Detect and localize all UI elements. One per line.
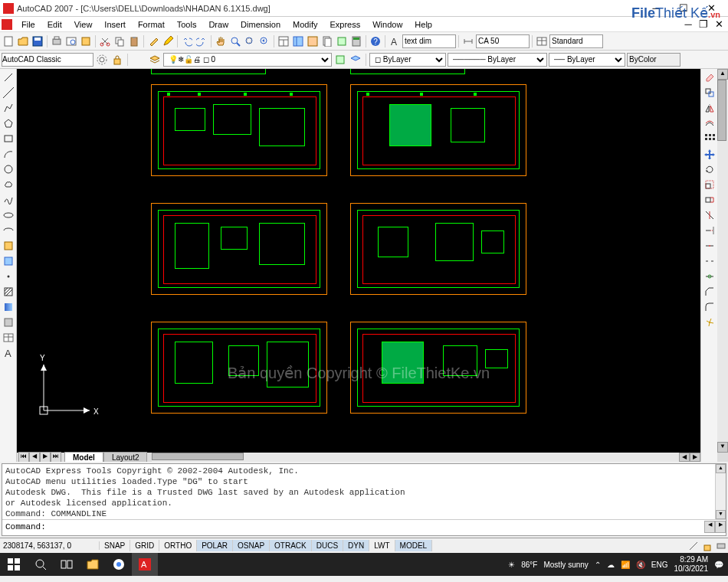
- break-at-point-button[interactable]: [703, 239, 717, 253]
- explode-button[interactable]: [703, 316, 717, 329]
- tray-chevron-icon[interactable]: ⌃: [595, 561, 601, 569]
- hatch-button[interactable]: [2, 285, 15, 299]
- properties-button[interactable]: [277, 34, 290, 48]
- region-button[interactable]: [2, 316, 15, 329]
- command-scroll-up-button[interactable]: ▲: [716, 464, 726, 473]
- zoom-previous-button[interactable]: [257, 34, 271, 48]
- layer-combo[interactable]: 💡❄🔓🖨 ◻ 0: [163, 53, 332, 67]
- vscroll-track[interactable]: [717, 80, 728, 442]
- menu-window[interactable]: Window: [366, 18, 408, 31]
- tray-notifications-icon[interactable]: 💬: [714, 561, 723, 569]
- break-button[interactable]: [703, 254, 717, 268]
- menu-dimension[interactable]: Dimension: [234, 18, 287, 31]
- menu-express[interactable]: Express: [323, 18, 366, 31]
- tray-onedrive-icon[interactable]: ☁: [607, 561, 615, 569]
- plot-button[interactable]: [50, 34, 64, 48]
- dimstyle-icon-button[interactable]: [461, 34, 475, 48]
- gradient-button[interactable]: [2, 300, 15, 314]
- circle-button[interactable]: [2, 162, 15, 176]
- design-center-button[interactable]: [291, 34, 305, 48]
- status-grid[interactable]: GRID: [130, 540, 159, 551]
- vscroll-down-button[interactable]: ▼: [717, 442, 728, 453]
- status-ducs[interactable]: DUCS: [312, 540, 343, 551]
- status-ortho[interactable]: ORTHO: [159, 540, 197, 551]
- polygon-button[interactable]: [2, 116, 15, 130]
- layout2-tab[interactable]: Layout2: [103, 452, 148, 463]
- ellipse-arc-button[interactable]: [2, 224, 15, 237]
- ellipse-button[interactable]: [2, 208, 15, 222]
- status-dyn[interactable]: DYN: [343, 540, 369, 551]
- hscroll-right-button[interactable]: ▶: [690, 453, 700, 462]
- arc-button[interactable]: [2, 147, 15, 161]
- undo-button[interactable]: [180, 34, 194, 48]
- copy-objects-button[interactable]: [703, 86, 717, 100]
- copy-button[interactable]: [113, 34, 126, 48]
- tablestyle-combo[interactable]: [549, 34, 603, 48]
- tab-last-button[interactable]: ⏭: [51, 452, 61, 462]
- open-button[interactable]: [16, 34, 30, 48]
- menu-help[interactable]: Help: [408, 18, 438, 31]
- mtext-button[interactable]: A: [2, 346, 15, 360]
- menu-insert[interactable]: Insert: [98, 18, 132, 31]
- status-polar[interactable]: POLAR: [197, 540, 233, 551]
- block-editor-button[interactable]: [161, 34, 175, 48]
- help-button[interactable]: ?: [369, 34, 382, 48]
- status-snap[interactable]: SNAP: [100, 540, 130, 551]
- stretch-button[interactable]: [703, 193, 717, 207]
- make-block-button[interactable]: [2, 254, 15, 268]
- status-osnap[interactable]: OSNAP: [233, 540, 270, 551]
- taskbar-taskview[interactable]: [54, 553, 80, 576]
- layer-states-button[interactable]: [333, 53, 347, 67]
- taskbar-autocad[interactable]: A: [132, 553, 158, 576]
- hscroll-left-button[interactable]: ◀: [679, 453, 690, 462]
- vscroll-up-button[interactable]: ▲: [717, 69, 728, 80]
- markup-button[interactable]: [335, 34, 349, 48]
- plotstyle-combo[interactable]: [627, 53, 680, 67]
- textstyle-icon-button[interactable]: A: [388, 34, 402, 48]
- vscroll-thumb[interactable]: [717, 80, 726, 141]
- sheet-set-button[interactable]: [320, 34, 334, 48]
- plot-preview-button[interactable]: [64, 34, 78, 48]
- join-button[interactable]: [703, 270, 717, 283]
- array-button[interactable]: [703, 132, 717, 146]
- linetype-combo[interactable]: ────── ByLayer: [448, 53, 547, 67]
- spline-button[interactable]: [2, 193, 15, 207]
- fillet-button[interactable]: [703, 300, 717, 314]
- trim-button[interactable]: [703, 208, 717, 222]
- command-scroll-right-button[interactable]: ▶: [715, 521, 726, 533]
- lineweight-combo[interactable]: ── ByLayer: [549, 53, 625, 67]
- status-coords[interactable]: 2308174, 563137, 0: [0, 541, 100, 550]
- command-scroll-left-button[interactable]: ◀: [704, 521, 715, 533]
- hscroll-track[interactable]: [152, 453, 679, 462]
- tray-lang[interactable]: ENG: [651, 561, 668, 569]
- quickcalc-button[interactable]: [349, 34, 363, 48]
- hscroll-thumb[interactable]: [152, 453, 244, 460]
- color-combo[interactable]: ◻ ByLayer: [369, 53, 446, 67]
- zoom-realtime-button[interactable]: [228, 34, 242, 48]
- tray-volume-icon[interactable]: 🔇: [636, 561, 645, 569]
- line-button[interactable]: [2, 70, 15, 84]
- workspace-lock-button[interactable]: [110, 53, 124, 67]
- workspace-combo[interactable]: [2, 53, 93, 67]
- tablestyle-icon-button[interactable]: [535, 34, 549, 48]
- rotate-button[interactable]: [703, 162, 717, 176]
- menu-edit[interactable]: Edit: [41, 18, 68, 31]
- erase-button[interactable]: [703, 70, 717, 84]
- table-button[interactable]: [2, 331, 15, 345]
- menu-view[interactable]: View: [68, 18, 99, 31]
- drawing-canvas[interactable]: Y X Bản quyền Copyright © FileThietKe.vn: [17, 69, 700, 453]
- workspace-settings-button[interactable]: [95, 53, 109, 67]
- command-scroll-down-button[interactable]: ▼: [716, 510, 726, 519]
- insert-block-button[interactable]: [2, 239, 15, 253]
- cut-button[interactable]: [98, 34, 112, 48]
- start-button[interactable]: [0, 553, 28, 576]
- pan-button[interactable]: [214, 34, 228, 48]
- menu-draw[interactable]: Draw: [202, 18, 234, 31]
- taskbar-search[interactable]: [28, 553, 54, 576]
- menu-tools[interactable]: Tools: [171, 18, 203, 31]
- taskbar-chrome[interactable]: [106, 553, 132, 576]
- tool-palettes-button[interactable]: [306, 34, 320, 48]
- tab-first-button[interactable]: ⏮: [18, 452, 29, 462]
- model-tab[interactable]: Model: [64, 452, 103, 463]
- publish-button[interactable]: [79, 34, 93, 48]
